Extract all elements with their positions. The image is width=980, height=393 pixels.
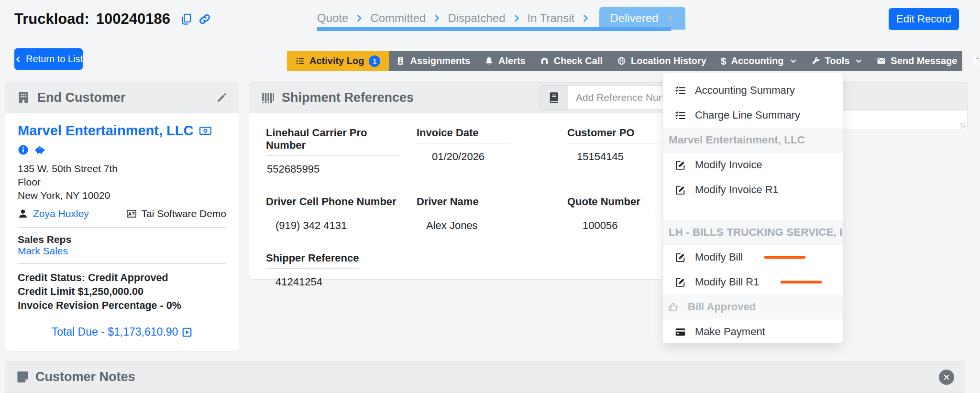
toolbar-location-history[interactable]: Location History xyxy=(610,51,714,71)
edit-pencil-icon[interactable] xyxy=(216,92,228,104)
progress-step-quote[interactable]: Quote xyxy=(317,11,348,25)
list-check-icon xyxy=(675,110,686,121)
info-circle-icon[interactable] xyxy=(18,144,29,155)
toolbar-activity-log[interactable]: Activity Log 1 xyxy=(287,51,389,71)
address-book-button[interactable] xyxy=(540,85,568,110)
menu-item-accounting-summary[interactable]: Accounting Summary xyxy=(663,78,843,103)
progress-step-delivered-tab[interactable]: Delivered xyxy=(599,7,685,30)
credit-card-icon xyxy=(675,327,686,338)
book-icon xyxy=(548,91,560,104)
field-customer-po: Customer PO 15154145 xyxy=(567,127,662,175)
edit-record-button[interactable]: Edit Record xyxy=(889,8,959,30)
menu-item-charge-line-summary[interactable]: Charge Line Summary xyxy=(663,103,843,128)
field-driver-cell-phone-number: Driver Cell Phone Number (919) 342 4131 xyxy=(266,196,417,232)
customer-notes-panel: Customer Notes xyxy=(5,361,965,393)
field-driver-name: Driver Name Alex Jones xyxy=(417,196,567,232)
chevron-right-icon xyxy=(581,13,590,23)
pen-square-icon xyxy=(675,277,686,288)
credit-info: Credit Status: Credit Approved Credit Li… xyxy=(18,264,226,313)
references-bars-icon xyxy=(261,91,275,105)
end-customer-panel: End Customer Marvel Entertainment, LLC 1… xyxy=(5,82,239,351)
record-toolbar: Activity Log 1 Assignments Alerts Check … xyxy=(287,51,962,71)
sales-reps-label: Sales Reps xyxy=(18,234,226,245)
credit-limit: Credit Limit $1,250,000.00 xyxy=(18,285,226,299)
toolbar-accounting[interactable]: $ Accounting xyxy=(714,51,804,71)
wrench-icon xyxy=(811,56,820,66)
field-quote-number: Quote Number 100056 xyxy=(567,196,662,232)
close-notes-button[interactable] xyxy=(939,370,954,385)
orange-marker xyxy=(764,256,805,259)
return-to-list-button[interactable]: Return to List xyxy=(14,48,83,70)
link-icon[interactable] xyxy=(198,12,211,26)
thumbs-up-icon xyxy=(668,302,679,313)
id-badge-icon xyxy=(396,56,405,66)
account-name: Tai Software Demo xyxy=(142,208,226,219)
copy-icon[interactable] xyxy=(180,13,192,25)
toolbar-tools[interactable]: Tools xyxy=(804,51,870,71)
chevron-right-icon xyxy=(665,13,675,23)
shipment-references-body: Linehaul Carrier Pro Number 552685995 In… xyxy=(249,113,663,280)
menu-item-bill-approved: Bill Approved xyxy=(663,295,843,319)
chevron-right-icon xyxy=(512,13,521,23)
menu-header-customer: Marvel Entertainment, LLC xyxy=(663,128,843,153)
progress-step-delivered: Delivered xyxy=(610,11,658,25)
piggy-bank-icon[interactable] xyxy=(34,144,45,155)
record-number: 100240186 xyxy=(96,11,170,28)
toolbar-send-message[interactable]: Send Message xyxy=(870,51,964,71)
progress-step-committed[interactable]: Committed xyxy=(370,11,426,25)
chevron-down-icon xyxy=(790,57,797,65)
total-due-link[interactable]: Total Due - $1,173,610.90 xyxy=(52,326,178,338)
progress-underline xyxy=(317,27,671,31)
globe-icon xyxy=(617,56,626,66)
record-type-label: Truckload: xyxy=(14,11,89,28)
customer-address: 135 W. 50th Street 7th Floor New York, N… xyxy=(18,162,226,202)
toolbar-documents[interactable]: Documents xyxy=(964,51,980,71)
menu-item-modify-bill[interactable]: Modify Bill xyxy=(663,245,843,270)
chevron-down-icon xyxy=(855,57,862,65)
field-linehaul-carrier-pro-number: Linehaul Carrier Pro Number 552685995 xyxy=(266,127,417,175)
orange-marker xyxy=(781,281,822,284)
toolbar-check-call[interactable]: Check Call xyxy=(533,51,610,71)
end-customer-header: End Customer xyxy=(5,82,239,113)
file-icon xyxy=(971,56,980,66)
menu-divider xyxy=(663,211,843,211)
progress-step-dispatched[interactable]: Dispatched xyxy=(448,11,505,25)
menu-item-modify-invoice-r1[interactable]: Modify Invoice R1 xyxy=(663,177,843,202)
sticky-note-icon xyxy=(16,370,30,384)
field-shipper-reference: Shipper Reference 41241254 xyxy=(266,252,417,288)
toolbar-alerts[interactable]: Alerts xyxy=(477,51,533,71)
shipment-references-title: Shipment References xyxy=(282,90,414,105)
chevron-left-icon xyxy=(14,55,22,63)
list-icon xyxy=(296,56,305,66)
pen-square-icon xyxy=(675,185,686,196)
end-customer-title: End Customer xyxy=(37,90,126,105)
pen-square-icon xyxy=(675,252,686,263)
close-icon xyxy=(943,374,950,381)
play-square-icon[interactable] xyxy=(182,327,192,338)
customer-notes-title: Customer Notes xyxy=(35,370,135,384)
id-card-icon xyxy=(126,208,137,219)
menu-item-make-payment[interactable]: Make Payment xyxy=(663,319,843,344)
menu-item-modify-invoice[interactable]: Modify Invoice xyxy=(663,153,843,177)
menu-header-carrier: LH - BILLS TRUCKING SERVICE, INC. xyxy=(663,220,843,245)
phone-handset-icon xyxy=(540,56,549,66)
chevron-right-icon xyxy=(354,13,364,23)
chevron-right-icon xyxy=(432,13,441,23)
accounting-dropdown-menu: Accounting Summary Charge Line Summary M… xyxy=(662,73,843,343)
list-check-icon xyxy=(675,85,686,96)
envelope-icon xyxy=(877,56,886,66)
pen-square-icon xyxy=(675,160,686,171)
invoice-revision-percentage: Invoice Revision Percentage - 0% xyxy=(18,299,226,313)
progress-step-in-transit[interactable]: In Transit xyxy=(528,11,575,25)
toolbar-assignments[interactable]: Assignments xyxy=(389,51,477,71)
sales-rep-link[interactable]: Mark Sales xyxy=(18,245,68,256)
contact-name-link[interactable]: Zoya Huxley xyxy=(33,208,89,219)
menu-item-modify-bill-r1[interactable]: Modify Bill R1 xyxy=(663,270,843,295)
page-title: Truckload: 100240186 xyxy=(14,11,211,28)
credit-status: Credit Status: Credit Approved xyxy=(18,271,226,285)
activity-log-badge: 1 xyxy=(369,55,380,67)
field-invoice-date: Invoice Date 01/20/2026 xyxy=(417,127,567,175)
bell-icon xyxy=(484,56,494,66)
customer-name-link[interactable]: Marvel Entertainment, LLC xyxy=(18,123,193,139)
status-progress: Quote Committed Dispatched In Transit De… xyxy=(317,7,671,30)
